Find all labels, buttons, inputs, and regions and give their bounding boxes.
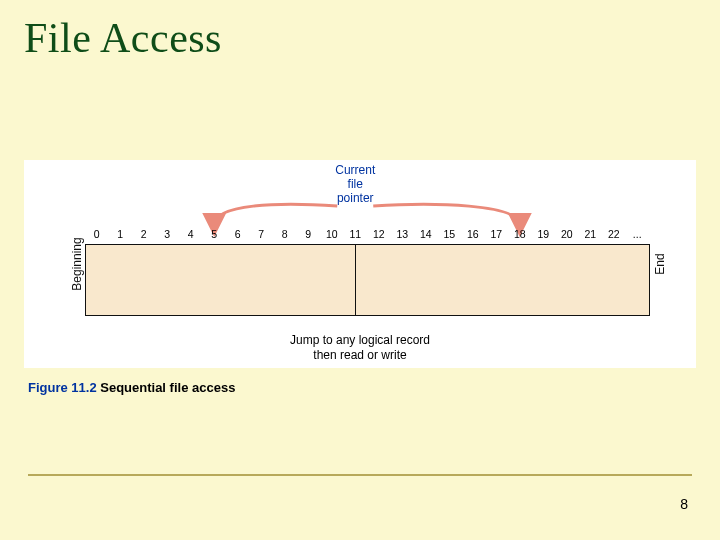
records-strip xyxy=(85,244,650,316)
tick-label: 0 xyxy=(85,228,109,242)
tick-label: 20 xyxy=(555,228,579,242)
tick-label: 5 xyxy=(203,228,227,242)
tick-label: 1 xyxy=(109,228,133,242)
figure-title: Sequential file access xyxy=(100,380,235,395)
page-number: 8 xyxy=(680,496,688,512)
tick-label: 16 xyxy=(461,228,485,242)
tick-label: 9 xyxy=(297,228,321,242)
tick-row: 012345678910111213141516171819202122... xyxy=(85,228,650,242)
page-title: File Access xyxy=(24,14,222,62)
tick-label: 2 xyxy=(132,228,156,242)
figure-caption: Figure 11.2 Sequential file access xyxy=(28,380,235,395)
tick-label: 8 xyxy=(273,228,297,242)
figure: Beginning End Current file pointer 01234… xyxy=(24,160,696,368)
tick-label: 4 xyxy=(179,228,203,242)
tick-label: 17 xyxy=(485,228,509,242)
tick-label: 14 xyxy=(414,228,438,242)
tick-label: 3 xyxy=(156,228,180,242)
figure-number: Figure 11.2 xyxy=(28,380,100,395)
rule-bottom xyxy=(28,474,692,476)
tick-label: 15 xyxy=(438,228,462,242)
tick-label: ... xyxy=(626,228,650,242)
tick-label: 10 xyxy=(320,228,344,242)
tick-label: 18 xyxy=(508,228,532,242)
tick-label: 11 xyxy=(344,228,368,242)
slide: File Access Beginning End Current file p… xyxy=(0,0,720,540)
tick-label: 22 xyxy=(602,228,626,242)
diagram: Beginning End Current file pointer 01234… xyxy=(24,160,696,368)
jump-label: Jump to any logical record then read or … xyxy=(290,333,430,362)
tick-label: 19 xyxy=(532,228,556,242)
tick-label: 12 xyxy=(367,228,391,242)
arrow-left xyxy=(214,204,337,225)
tick-label: 6 xyxy=(226,228,250,242)
tick-label: 13 xyxy=(391,228,415,242)
tick-label: 21 xyxy=(579,228,603,242)
pointer-divider xyxy=(355,244,356,316)
tick-label: 7 xyxy=(250,228,274,242)
arrow-right xyxy=(373,204,520,225)
